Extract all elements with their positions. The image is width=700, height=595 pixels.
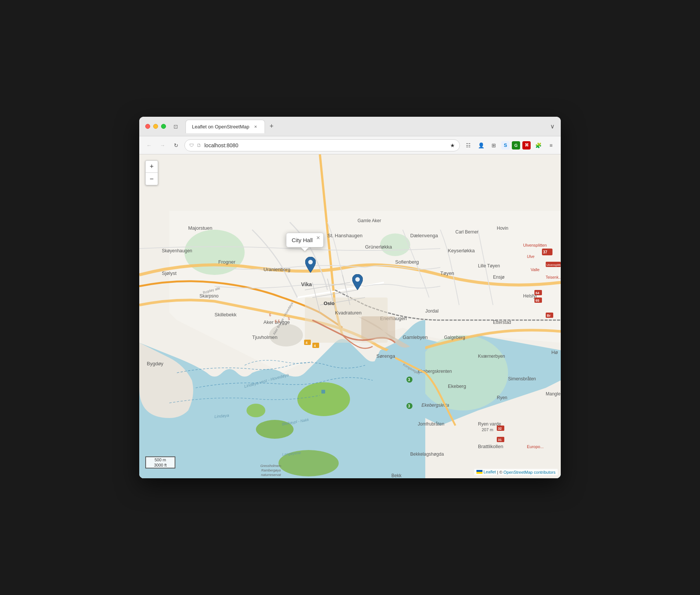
map-attribution: Leaflet | © OpenStreetMap contributors bbox=[474, 469, 558, 475]
svg-point-2 bbox=[184, 230, 245, 275]
svg-text:5: 5 bbox=[288, 317, 290, 321]
svg-text:Keyserløkka: Keyserløkka bbox=[448, 248, 475, 253]
profile-button[interactable]: 👤 bbox=[476, 140, 486, 151]
skype-icon: S bbox=[504, 142, 507, 148]
extensions-button[interactable]: 🧩 bbox=[533, 140, 543, 151]
popup-close-button[interactable]: ✕ bbox=[316, 235, 320, 240]
zoom-out-button[interactable]: − bbox=[146, 173, 158, 185]
svg-text:Jordal: Jordal bbox=[425, 308, 439, 314]
osm-link[interactable]: OpenStreetMap contributors bbox=[504, 470, 555, 474]
map-marker-2[interactable] bbox=[352, 274, 363, 291]
reader-button[interactable]: ☷ bbox=[463, 140, 473, 151]
svg-text:Jomfrubråten: Jomfrubråten bbox=[418, 421, 444, 427]
svg-text:Bygdøy: Bygdøy bbox=[147, 361, 164, 366]
scale-meters: 500 m bbox=[145, 456, 175, 462]
svg-text:Simensbråten: Simensbråten bbox=[508, 376, 536, 381]
cmd-extension[interactable]: ⌘ bbox=[522, 141, 531, 150]
window-icon: ⊡ bbox=[173, 124, 178, 130]
svg-text:Rambergøya: Rambergøya bbox=[261, 468, 281, 472]
menu-button[interactable]: ≡ bbox=[546, 140, 556, 151]
svg-text:Europo...: Europo... bbox=[527, 444, 544, 449]
url-text: localhost:8080 bbox=[204, 142, 447, 148]
address-bar[interactable]: 🛡 🗋 localhost:8080 ★ bbox=[184, 139, 460, 151]
svg-text:Mangleru: Mangleru bbox=[546, 391, 561, 397]
svg-text:6 5: 6 5 bbox=[275, 319, 280, 323]
svg-text:3: 3 bbox=[408, 404, 410, 408]
map-marker-1[interactable] bbox=[305, 257, 316, 274]
attribution-copyright: © bbox=[499, 470, 502, 474]
svg-text:Frogner: Frogner bbox=[218, 259, 236, 265]
browser-window: ⊡ Leaflet on OpenStreetMap ✕ + ∨ ← → ↻ 🛡… bbox=[139, 117, 561, 478]
svg-text:Ekeberg: Ekeberg bbox=[448, 383, 466, 389]
leaflet-link[interactable]: Leaflet bbox=[484, 470, 496, 474]
svg-text:Hø: Hø bbox=[551, 349, 558, 355]
svg-text:37: 37 bbox=[543, 250, 548, 254]
svg-text:Gamle Aker: Gamle Aker bbox=[358, 218, 381, 223]
svg-text:Etterstad: Etterstad bbox=[493, 320, 511, 325]
svg-text:Br: Br bbox=[547, 314, 551, 317]
zoom-in-button[interactable]: + bbox=[146, 161, 158, 173]
svg-text:Skarpsno: Skarpsno bbox=[199, 293, 219, 299]
svg-text:Hovin: Hovin bbox=[497, 226, 508, 231]
svg-text:207 m: 207 m bbox=[482, 427, 493, 432]
svg-text:Ulvensplitten: Ulvensplitten bbox=[523, 243, 547, 247]
svg-text:Ulve: Ulve bbox=[527, 255, 534, 259]
svg-rect-66 bbox=[361, 316, 395, 339]
new-tab-button[interactable]: + bbox=[266, 121, 277, 132]
svg-point-104 bbox=[308, 260, 313, 264]
minimize-button[interactable] bbox=[153, 124, 158, 129]
forward-icon: → bbox=[160, 142, 165, 148]
svg-text:Dælenvenga: Dælenvenga bbox=[410, 233, 438, 238]
svg-text:naturreservat: naturreservat bbox=[261, 473, 281, 477]
tab-bar: Leaflet on OpenStreetMap ✕ + bbox=[186, 120, 546, 133]
forward-button[interactable]: → bbox=[157, 140, 168, 151]
grammarly-extension[interactable]: G bbox=[512, 141, 520, 150]
svg-text:Oslo: Oslo bbox=[324, 301, 335, 306]
svg-text:31: 31 bbox=[498, 438, 502, 442]
svg-text:Teisenk...: Teisenk... bbox=[546, 275, 561, 279]
bookmark-icon[interactable]: ★ bbox=[450, 142, 455, 148]
svg-text:Majorstuen: Majorstuen bbox=[188, 225, 212, 231]
svg-text:Ryen: Ryen bbox=[497, 395, 507, 400]
skype-extension[interactable]: S bbox=[501, 141, 510, 150]
svg-text:Bekk: Bekk bbox=[391, 473, 402, 478]
svg-text:3: 3 bbox=[408, 378, 410, 382]
popup-title: City Hall bbox=[292, 237, 313, 243]
active-tab[interactable]: Leaflet on OpenStreetMap ✕ bbox=[186, 120, 265, 133]
svg-text:Sofienberg: Sofienberg bbox=[395, 259, 419, 265]
svg-text:Tøyen: Tøyen bbox=[440, 270, 454, 276]
svg-text:64: 64 bbox=[536, 291, 539, 295]
popup-arrow bbox=[301, 247, 309, 251]
grammarly-icon: G bbox=[514, 143, 518, 148]
svg-text:6: 6 bbox=[269, 313, 271, 317]
svg-text:Skøyenhaugen: Skøyenhaugen bbox=[162, 248, 192, 253]
svg-text:Ulvensplitten: Ulvensplitten bbox=[546, 263, 561, 267]
map-container[interactable]: Lindøya vest - Hovedøya Bleikøypl - Nakk… bbox=[139, 154, 561, 478]
svg-point-9 bbox=[247, 404, 265, 417]
svg-text:Grünerløkka: Grünerløkka bbox=[365, 244, 392, 250]
svg-text:Sørenga: Sørenga bbox=[376, 353, 396, 359]
close-button[interactable] bbox=[145, 124, 150, 129]
back-button[interactable]: ← bbox=[144, 140, 154, 151]
svg-text:Sjølyst: Sjølyst bbox=[162, 270, 177, 276]
svg-text:St. Hanshaugen: St. Hanshaugen bbox=[327, 233, 362, 238]
svg-text:Vika: Vika bbox=[301, 281, 312, 287]
ukraine-flag-icon bbox=[476, 470, 482, 474]
svg-text:4: 4 bbox=[314, 344, 316, 348]
svg-text:Uranienborg: Uranienborg bbox=[263, 267, 291, 272]
traffic-lights bbox=[145, 124, 166, 129]
svg-text:Valle: Valle bbox=[531, 267, 540, 272]
maximize-button[interactable] bbox=[161, 124, 166, 129]
tab-close-button[interactable]: ✕ bbox=[253, 124, 259, 130]
svg-text:Bekkelagshøgda: Bekkelagshøgda bbox=[410, 452, 444, 457]
tab-label: Leaflet on OpenStreetMap bbox=[192, 124, 250, 130]
svg-text:Skillebekk: Skillebekk bbox=[215, 312, 237, 317]
reload-icon: ↻ bbox=[174, 142, 178, 148]
reload-button[interactable]: ↻ bbox=[171, 140, 181, 151]
svg-text:Galgeberg: Galgeberg bbox=[444, 335, 465, 340]
svg-text:Lille Tøyen: Lille Tøyen bbox=[478, 263, 500, 269]
tabs-dropdown-button[interactable]: ∨ bbox=[550, 123, 555, 130]
page-icon: 🗋 bbox=[197, 143, 201, 148]
grid-button[interactable]: ⊞ bbox=[488, 140, 499, 151]
svg-point-105 bbox=[355, 277, 360, 282]
